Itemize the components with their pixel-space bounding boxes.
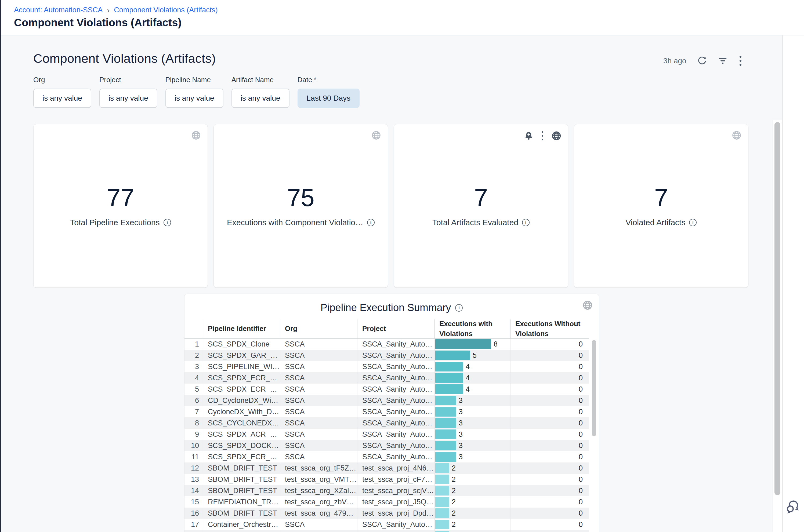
dashboard-title: Component Violations (Artifacts) bbox=[33, 51, 216, 66]
table-row[interactable]: 1SCS_SPDX_CloneSSCASSCA_Sanity_Automa…80 bbox=[185, 339, 588, 350]
dashboard-scrollbar-thumb[interactable] bbox=[774, 122, 780, 495]
row-index: 7 bbox=[185, 406, 203, 417]
column-header-executions-without-violations[interactable]: Executions Without Violations bbox=[510, 319, 588, 338]
breadcrumb: Account: Automation-SSCA › Component Vio… bbox=[14, 6, 218, 14]
org-cell: SSCA bbox=[280, 350, 357, 361]
executions-with-violations-cell: 2 bbox=[434, 508, 510, 519]
table-row[interactable]: 7CycloneDX_With_Doc…SSCASSCA_Sanity_Auto… bbox=[185, 406, 588, 417]
column-header-project[interactable]: Project bbox=[357, 319, 434, 338]
info-icon[interactable]: i bbox=[367, 219, 375, 226]
executions-without-violations-cell: 0 bbox=[510, 361, 588, 372]
row-index: 11 bbox=[185, 451, 203, 462]
project-cell bbox=[357, 530, 434, 532]
violations-bar[interactable] bbox=[435, 531, 449, 532]
violations-bar[interactable] bbox=[435, 497, 449, 507]
info-icon[interactable]: i bbox=[164, 219, 171, 226]
filter-icon[interactable] bbox=[718, 56, 728, 66]
collapsed-nav-edge bbox=[0, 0, 1, 532]
pipeline-identifier-cell: SCS_SPDX_ACR_ALL… bbox=[203, 429, 280, 440]
page-title: Component Violations (Artifacts) bbox=[14, 17, 182, 29]
column-header-org[interactable]: Org bbox=[280, 319, 357, 338]
filter-org-value-button[interactable]: is any value bbox=[33, 89, 91, 108]
project-cell: SSCA_Sanity_Automa… bbox=[357, 440, 434, 451]
column-header-pipeline-identifier[interactable]: Pipeline Identifier bbox=[203, 319, 280, 338]
executions-without-violations-cell: 0 bbox=[510, 462, 588, 474]
globe-icon[interactable] bbox=[371, 130, 381, 140]
filter-pipeline-name-value-button[interactable]: is any value bbox=[165, 89, 223, 108]
executions-without-violations-cell: 0 bbox=[510, 474, 588, 485]
violations-bar[interactable] bbox=[435, 384, 463, 394]
table-row[interactable]: 13SBOM_DRIFT_TESTtest_ssca_org_VMTLz…tes… bbox=[185, 474, 588, 485]
column-header-executions-with-violations[interactable]: Executions with Violations bbox=[434, 319, 510, 338]
violations-bar[interactable] bbox=[435, 396, 456, 405]
table-row[interactable]: 6CD_CycloneDX_With_…SSCASSCA_Sanity_Auto… bbox=[185, 395, 588, 406]
violations-bar[interactable] bbox=[435, 463, 449, 473]
filter-date-value-button[interactable]: Last 90 Days bbox=[298, 89, 359, 108]
table-row[interactable]: 17Container_Orchestrat…SSCASSCA_Sanity_A… bbox=[185, 519, 588, 530]
row-index: 9 bbox=[185, 429, 203, 440]
org-cell: test_ssca_org_tF5Zf0… bbox=[280, 462, 357, 474]
project-cell: SSCA_Sanity_Automa… bbox=[357, 451, 434, 462]
tile-kebab-menu-icon[interactable] bbox=[541, 130, 544, 141]
globe-icon[interactable] bbox=[551, 131, 562, 141]
breadcrumb-account-link[interactable]: Account: Automation-SSCA bbox=[14, 6, 102, 14]
table-row[interactable]: 11SCS_SPDX_ECR_ALL_…SSCASSCA_Sanity_Auto… bbox=[185, 451, 588, 462]
executions-with-violations-cell: 3 bbox=[434, 440, 510, 451]
table-row[interactable]: 14SBOM_DRIFT_TESTtest_ssca_org_XZalzy…te… bbox=[185, 485, 588, 496]
row-index: 12 bbox=[185, 462, 203, 474]
violations-bar[interactable] bbox=[435, 373, 463, 383]
executions-with-violations-cell: 3 bbox=[434, 395, 510, 406]
table-row[interactable]: 9SCS_SPDX_ACR_ALL…SSCASSCA_Sanity_Automa… bbox=[185, 429, 588, 440]
violations-bar[interactable] bbox=[435, 452, 456, 462]
kebab-menu-icon[interactable] bbox=[738, 55, 743, 67]
table-row[interactable]: 16SBOM_DRIFT_TESTtest_ssca_org_479Gc…tes… bbox=[185, 508, 588, 519]
table-row[interactable]: 3SCS_PIPELINE_WITH…SSCASSCA_Sanity_Autom… bbox=[185, 361, 588, 372]
table-row[interactable]: 10SCS_SPDX_DOCKER_…SSCASSCA_Sanity_Autom… bbox=[185, 440, 588, 451]
executions-without-violations-cell: 0 bbox=[510, 485, 588, 496]
executions-without-violations-cell: 0 bbox=[510, 440, 588, 451]
globe-icon[interactable] bbox=[191, 130, 201, 140]
info-icon[interactable]: i bbox=[455, 304, 463, 311]
executions-with-violations-cell bbox=[434, 530, 510, 532]
executions-without-violations-cell: 0 bbox=[510, 451, 588, 462]
violations-bar-value: 2 bbox=[452, 496, 456, 508]
violations-bar[interactable] bbox=[435, 350, 470, 360]
refresh-icon[interactable] bbox=[697, 56, 707, 66]
table-row[interactable]: 2SCS_SPDX_GAR_ALL…SSCASSCA_Sanity_Automa… bbox=[185, 350, 588, 361]
row-index: 3 bbox=[185, 361, 203, 372]
breadcrumb-current-link[interactable]: Component Violations (Artifacts) bbox=[114, 6, 218, 14]
table-body: 1SCS_SPDX_CloneSSCASSCA_Sanity_Automa…80… bbox=[185, 339, 588, 532]
tile-value: 77 bbox=[107, 185, 134, 211]
row-index: 14 bbox=[185, 485, 203, 496]
violations-bar[interactable] bbox=[435, 339, 491, 349]
violations-bar-value: 2 bbox=[452, 508, 456, 519]
info-icon[interactable]: i bbox=[522, 219, 529, 226]
table-row[interactable] bbox=[185, 530, 588, 532]
table-scrollbar-thumb[interactable] bbox=[592, 340, 596, 436]
alert-bell-plus-icon[interactable] bbox=[524, 131, 534, 141]
violations-bar[interactable] bbox=[435, 418, 456, 428]
violations-bar[interactable] bbox=[435, 475, 449, 484]
violations-bar[interactable] bbox=[435, 520, 449, 529]
chat-support-icon[interactable] bbox=[785, 498, 802, 515]
globe-icon[interactable] bbox=[731, 130, 742, 140]
filter-project-value-button[interactable]: is any value bbox=[99, 89, 157, 108]
violations-bar[interactable] bbox=[435, 508, 449, 518]
violations-bar[interactable] bbox=[435, 362, 463, 372]
filter-artifact-name-value-button[interactable]: is any value bbox=[231, 89, 289, 108]
table-row[interactable]: 8SCS_CYCLONEDX_GA…SSCASSCA_Sanity_Automa… bbox=[185, 417, 588, 429]
violations-bar-value: 3 bbox=[459, 440, 463, 451]
table-row[interactable]: 4SCS_SPDX_ECR_ALL_…SSCASSCA_Sanity_Autom… bbox=[185, 372, 588, 384]
violations-bar[interactable] bbox=[435, 486, 449, 495]
row-index: 15 bbox=[185, 496, 203, 508]
violations-bar[interactable] bbox=[435, 430, 456, 439]
executions-with-violations-cell: 3 bbox=[434, 451, 510, 462]
row-index: 5 bbox=[185, 384, 203, 395]
executions-with-violations-cell: 2 bbox=[434, 519, 510, 530]
violations-bar[interactable] bbox=[435, 441, 456, 450]
table-row[interactable]: 12SBOM_DRIFT_TESTtest_ssca_org_tF5Zf0…te… bbox=[185, 462, 588, 474]
table-row[interactable]: 15REMEDIATION_TRAC…test_ssca_org_zbVmg…t… bbox=[185, 496, 588, 508]
violations-bar[interactable] bbox=[435, 407, 456, 417]
table-row[interactable]: 5SCS_SPDX_ECR_ALL_…SSCASSCA_Sanity_Autom… bbox=[185, 384, 588, 395]
info-icon[interactable]: i bbox=[689, 219, 697, 226]
